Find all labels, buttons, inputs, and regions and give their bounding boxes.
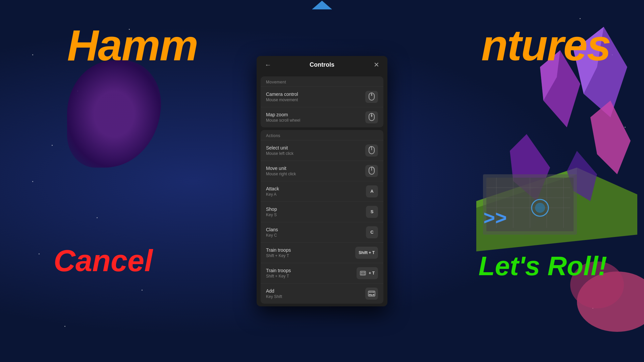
move-unit-row: Move unit Mouse right click	[261, 161, 383, 181]
train-troops-row: Train troops Shift + Key T Shift + T	[261, 242, 383, 263]
svg-rect-45	[372, 292, 373, 293]
movement-section: Movement Camera control Mouse movement	[261, 76, 383, 127]
svg-rect-39	[361, 274, 362, 275]
map-zoom-name: Map zoom	[266, 112, 300, 117]
clans-key: Key C	[266, 233, 278, 238]
train-troops-row-2: Train troops Shift + Key T	[261, 263, 383, 283]
train-troops-2-badge[interactable]: + T	[357, 267, 378, 279]
svg-rect-38	[364, 272, 365, 273]
close-button[interactable]: ✕	[371, 59, 382, 70]
add-key: Key Shift	[266, 294, 282, 299]
svg-rect-46	[373, 292, 374, 293]
add-row: Add Key Shift	[261, 283, 383, 304]
movement-section-header: Movement	[261, 76, 383, 86]
select-unit-key: Mouse left click	[266, 151, 293, 156]
select-unit-badge[interactable]	[365, 144, 378, 157]
train-troops-key: Shift + Key T	[266, 253, 291, 258]
train-troops-2-name: Train troops	[266, 268, 291, 273]
svg-rect-50	[373, 294, 374, 296]
actions-section-header: Actions	[261, 130, 383, 140]
svg-rect-43	[369, 292, 370, 293]
svg-rect-36	[361, 272, 362, 273]
svg-point-27	[371, 94, 372, 96]
attack-badge[interactable]: A	[366, 185, 378, 197]
clans-badge[interactable]: C	[366, 226, 378, 238]
attack-name: Attack	[266, 186, 279, 191]
svg-rect-35	[360, 271, 366, 275]
move-unit-key: Mouse right click	[266, 172, 296, 176]
map-zoom-badge[interactable]	[365, 111, 378, 123]
svg-rect-30	[371, 115, 372, 117]
train-troops-2-key: Shift + Key T	[266, 274, 291, 279]
svg-rect-49	[370, 295, 373, 296]
svg-rect-44	[370, 292, 371, 293]
modal-header: ← Controls ✕	[257, 56, 387, 74]
camera-control-badge[interactable]	[365, 91, 378, 103]
modal-overlay: ← Controls ✕ Movement Camera control Mou…	[0, 0, 644, 362]
modal-body: Movement Camera control Mouse movement	[257, 74, 387, 306]
camera-control-name: Camera control	[266, 92, 298, 97]
camera-control-row: Camera control Mouse movement	[261, 86, 383, 107]
shop-name: Shop	[266, 206, 277, 212]
clans-row: Clans Key C C	[261, 222, 383, 242]
svg-rect-47	[369, 294, 370, 296]
clans-name: Clans	[266, 227, 278, 232]
shop-key: Key S	[266, 213, 277, 217]
select-unit-row: Select unit Mouse left click	[261, 140, 383, 161]
svg-rect-37	[363, 272, 364, 273]
train-troops-name: Train troops	[266, 247, 291, 253]
svg-rect-40	[363, 274, 364, 275]
shop-badge[interactable]: S	[366, 206, 378, 218]
add-badge[interactable]	[365, 288, 378, 300]
back-button[interactable]: ←	[262, 60, 274, 70]
actions-section: Actions Select unit Mouse left click	[261, 130, 383, 304]
camera-control-key: Mouse movement	[266, 98, 298, 102]
move-unit-name: Move unit	[266, 166, 296, 171]
svg-rect-41	[364, 274, 365, 275]
train-troops-badge[interactable]: Shift + T	[355, 247, 378, 259]
shop-row: Shop Key S S	[261, 201, 383, 222]
move-unit-badge[interactable]	[365, 165, 378, 177]
controls-modal: ← Controls ✕ Movement Camera control Mou…	[257, 56, 387, 306]
map-zoom-row: Map zoom Mouse scroll wheel	[261, 107, 383, 127]
map-zoom-key: Mouse scroll wheel	[266, 118, 300, 123]
add-name: Add	[266, 288, 282, 294]
attack-row: Attack Key A A	[261, 181, 383, 201]
select-unit-name: Select unit	[266, 145, 293, 150]
attack-key: Key A	[266, 192, 279, 197]
modal-title: Controls	[310, 61, 334, 68]
